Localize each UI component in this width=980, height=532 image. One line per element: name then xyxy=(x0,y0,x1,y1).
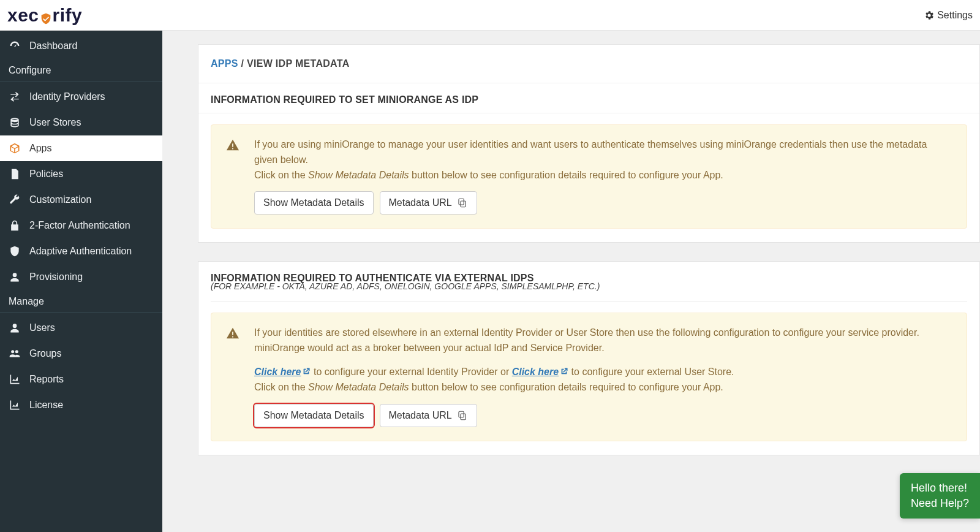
copy-icon xyxy=(457,197,468,208)
chart-icon xyxy=(9,399,21,411)
cube-icon xyxy=(9,142,21,154)
click-here-idp-link[interactable]: Click here xyxy=(254,367,311,377)
sidebar-item-license[interactable]: License xyxy=(0,392,162,418)
help-line1: Hello there! xyxy=(911,481,969,496)
sidebar-item-dashboard[interactable]: Dashboard xyxy=(0,33,162,59)
sidebar-item-label: Reports xyxy=(29,374,64,385)
click-here-label: Click here xyxy=(254,367,301,377)
settings-link[interactable]: Settings xyxy=(924,10,973,21)
sidebar-item-label: User Stores xyxy=(29,117,81,128)
settings-label: Settings xyxy=(937,10,973,21)
copy-icon xyxy=(457,410,468,421)
breadcrumb-apps[interactable]: APPS xyxy=(211,58,238,69)
metadata-url-button[interactable]: Metadata URL xyxy=(380,404,477,427)
alert2-3a: Click on the xyxy=(254,382,308,392)
alert-smd: Show Metadata Details xyxy=(308,382,409,392)
alert-text-2a: Click on the xyxy=(254,170,308,180)
breadcrumb: APPS / VIEW IDP METADATA xyxy=(198,45,979,83)
gear-icon xyxy=(924,10,935,21)
sidebar-item-customization[interactable]: Customization xyxy=(0,187,162,213)
button-row-1: Show Metadata Details Metadata URL xyxy=(254,191,953,215)
alert2-text-3: Click on the Show Metadata Details butto… xyxy=(254,380,953,395)
panel-miniorange-idp: APPS / VIEW IDP METADATA INFORMATION REQ… xyxy=(198,44,980,243)
alert2-text-1: If your identities are stored elsewhere … xyxy=(254,325,953,356)
svg-rect-3 xyxy=(459,411,464,417)
sidebar-item-adaptive-auth[interactable]: Adaptive Authentication xyxy=(0,238,162,264)
wrench-icon xyxy=(9,194,21,206)
show-metadata-details-button[interactable]: Show Metadata Details xyxy=(254,404,374,427)
alert2-3b: button below to see configuration detail… xyxy=(409,382,723,392)
panel-external-idps: INFORMATION REQUIRED TO AUTHENTICATE VIA… xyxy=(198,261,980,455)
external-link-icon xyxy=(302,365,311,374)
sidebar-item-label: Dashboard xyxy=(29,40,77,51)
sidebar-item-user-stores[interactable]: User Stores xyxy=(0,110,162,135)
document-icon xyxy=(9,168,21,180)
sidebar-item-label: Provisioning xyxy=(29,272,83,283)
alert-text-1: If you are using miniOrange to manage yo… xyxy=(254,137,953,168)
metadata-url-button[interactable]: Metadata URL xyxy=(380,191,477,215)
help-line2: Need Help? xyxy=(911,496,969,511)
breadcrumb-sep: / xyxy=(238,58,247,69)
sidebar-item-label: Adaptive Authentication xyxy=(29,246,132,257)
sidebar-item-label: Identity Providers xyxy=(29,91,105,102)
warning-icon xyxy=(226,327,239,340)
warning-icon xyxy=(226,139,239,152)
user-icon xyxy=(9,271,21,283)
alert-smd: Show Metadata Details xyxy=(308,170,409,180)
metadata-url-label: Metadata URL xyxy=(389,410,452,421)
sidebar-item-policies[interactable]: Policies xyxy=(0,161,162,187)
lock-icon xyxy=(9,219,21,232)
alert2-mid: to configure your external Identity Prov… xyxy=(311,367,511,377)
user-icon xyxy=(9,322,21,334)
sidebar-item-label: Customization xyxy=(29,194,91,205)
show-metadata-details-button[interactable]: Show Metadata Details xyxy=(254,191,374,215)
metadata-url-label: Metadata URL xyxy=(389,197,452,208)
swap-icon xyxy=(9,91,21,103)
breadcrumb-page: VIEW IDP METADATA xyxy=(247,58,349,69)
users-icon xyxy=(9,348,21,360)
logo-text-b: rify xyxy=(53,5,83,25)
chart-icon xyxy=(9,373,21,386)
alert-external-idps: If your identities are stored elsewhere … xyxy=(211,313,967,441)
svg-rect-2 xyxy=(461,414,466,420)
logo-text-a: xec xyxy=(7,5,39,25)
sidebar-item-identity-providers[interactable]: Identity Providers xyxy=(0,84,162,110)
logo: xecrify xyxy=(7,5,82,26)
svg-rect-0 xyxy=(461,201,466,207)
sidebar-section-configure: Configure xyxy=(0,59,162,82)
database-icon xyxy=(9,116,21,129)
alert2-end: to configure your external User Store. xyxy=(568,367,734,377)
sidebar-item-users[interactable]: Users xyxy=(0,315,162,341)
click-here-userstore-link[interactable]: Click here xyxy=(512,367,568,377)
click-here-label: Click here xyxy=(512,367,559,377)
sidebar-item-label: Users xyxy=(29,322,55,333)
sidebar-item-label: License xyxy=(29,400,63,411)
main-content: APPS / VIEW IDP METADATA INFORMATION REQ… xyxy=(162,31,980,532)
sidebar-item-2fa[interactable]: 2-Factor Authentication xyxy=(0,213,162,238)
logo-shield-icon xyxy=(39,9,53,20)
sidebar-section-manage: Manage xyxy=(0,290,162,313)
section2-subtitle: (FOR EXAMPLE - OKTA, AZURE AD, ADFS, ONE… xyxy=(198,281,979,295)
button-row-2: Show Metadata Details Metadata URL xyxy=(254,404,953,427)
sidebar: Dashboard Configure Identity Providers U… xyxy=(0,31,162,532)
svg-rect-1 xyxy=(459,199,464,205)
dashboard-icon xyxy=(9,40,21,52)
sidebar-item-label: Policies xyxy=(29,169,63,180)
shield-icon xyxy=(9,245,21,257)
sidebar-item-label: 2-Factor Authentication xyxy=(29,220,130,231)
top-header: xecrify Settings xyxy=(0,0,980,31)
help-widget[interactable]: Hello there! Need Help? xyxy=(900,473,980,519)
alert-miniorange-idp: If you are using miniOrange to manage yo… xyxy=(211,124,967,229)
external-link-icon xyxy=(560,365,568,374)
sidebar-item-reports[interactable]: Reports xyxy=(0,367,162,392)
sidebar-item-groups[interactable]: Groups xyxy=(0,341,162,367)
sidebar-item-provisioning[interactable]: Provisioning xyxy=(0,264,162,290)
sidebar-item-label: Apps xyxy=(29,143,51,154)
alert-text-2: Click on the Show Metadata Details butto… xyxy=(254,168,953,183)
alert2-text-2: Click here to configure your external Id… xyxy=(254,365,953,380)
section1-title: INFORMATION REQUIRED TO SET MINIORANGE A… xyxy=(198,83,979,113)
sidebar-item-apps[interactable]: Apps xyxy=(0,135,162,161)
sidebar-item-label: Groups xyxy=(29,348,61,359)
alert-text-2b: button below to see configuration detail… xyxy=(409,170,723,180)
